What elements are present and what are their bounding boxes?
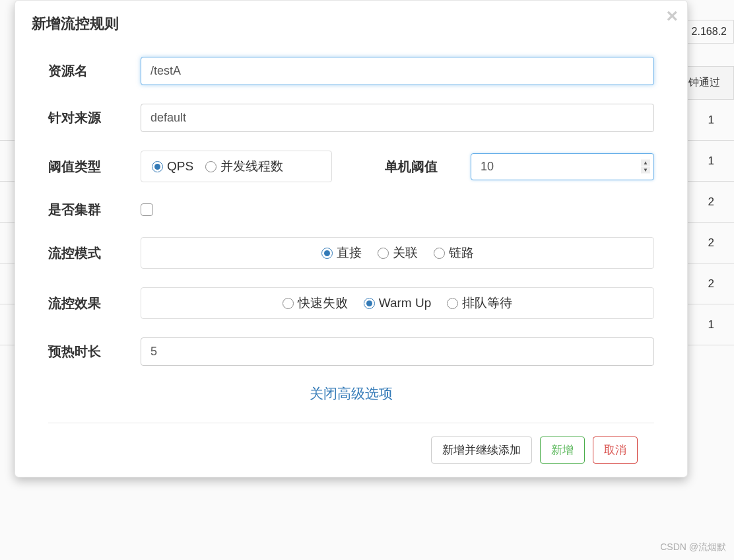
add-continue-button[interactable]: 新增并继续添加 bbox=[431, 437, 532, 464]
radio-chain[interactable]: 链路 bbox=[434, 244, 474, 262]
single-threshold-input[interactable] bbox=[471, 153, 654, 180]
radio-label: 直接 bbox=[337, 244, 362, 262]
modal-title: 新增流控规则 bbox=[32, 14, 671, 34]
label-source: 针对来源 bbox=[48, 109, 141, 127]
radio-circle-icon bbox=[321, 248, 333, 259]
advanced-options-toggle: 关闭高级选项 bbox=[48, 384, 654, 403]
row-cluster: 是否集群 bbox=[48, 201, 654, 219]
radio-circle-icon bbox=[205, 161, 217, 172]
modal-header: 新增流控规则 bbox=[15, 1, 687, 47]
label-flow-mode: 流控模式 bbox=[48, 244, 141, 262]
row-source: 针对来源 bbox=[48, 104, 654, 132]
radio-relate[interactable]: 关联 bbox=[378, 244, 418, 262]
radio-qps[interactable]: QPS bbox=[152, 159, 193, 174]
radio-label: 关联 bbox=[393, 244, 418, 262]
spinner-down-icon[interactable]: ▼ bbox=[641, 167, 650, 174]
row-warmup-time: 预热时长 bbox=[48, 337, 654, 366]
warmup-time-input[interactable] bbox=[141, 337, 654, 366]
label-threshold-type: 阈值类型 bbox=[48, 158, 141, 176]
row-flow-mode: 流控模式 直接 关联 链路 bbox=[48, 237, 654, 269]
label-cluster: 是否集群 bbox=[48, 201, 141, 219]
radio-circle-icon bbox=[364, 298, 375, 309]
radio-threads[interactable]: 并发线程数 bbox=[205, 158, 283, 175]
radio-label: QPS bbox=[167, 159, 193, 174]
flow-effect-group: 快速失败 Warm Up 排队等待 bbox=[141, 287, 654, 319]
radio-label: Warm Up bbox=[379, 296, 432, 310]
label-warmup-time: 预热时长 bbox=[48, 343, 141, 361]
close-advanced-link[interactable]: 关闭高级选项 bbox=[310, 386, 393, 401]
cancel-button[interactable]: 取消 bbox=[593, 437, 638, 464]
cluster-checkbox[interactable] bbox=[141, 203, 153, 216]
modal-add-flow-rule: × 新增流控规则 资源名 针对来源 阈值类型 QPS bbox=[15, 0, 688, 477]
row-resource-name: 资源名 bbox=[48, 57, 654, 85]
radio-circle-icon bbox=[434, 248, 445, 259]
radio-circle-icon bbox=[447, 298, 458, 309]
label-flow-effect: 流控效果 bbox=[48, 295, 141, 312]
radio-fail-fast[interactable]: 快速失败 bbox=[283, 295, 348, 312]
watermark: CSDN @流烟默 bbox=[660, 542, 726, 553]
radio-direct[interactable]: 直接 bbox=[321, 244, 362, 262]
modal-footer: 新增并继续添加 新增 取消 bbox=[48, 423, 654, 477]
close-icon[interactable]: × bbox=[666, 6, 678, 26]
radio-label: 排队等待 bbox=[462, 295, 512, 312]
spinner-up-icon[interactable]: ▲ bbox=[641, 160, 650, 166]
radio-label: 并发线程数 bbox=[220, 158, 283, 175]
radio-warm-up[interactable]: Warm Up bbox=[364, 296, 432, 310]
radio-queue[interactable]: 排队等待 bbox=[447, 295, 512, 312]
label-single-threshold: 单机阈值 bbox=[385, 158, 438, 176]
row-flow-effect: 流控效果 快速失败 Warm Up 排队等待 bbox=[48, 287, 654, 319]
radio-circle-icon bbox=[152, 161, 163, 172]
radio-label: 快速失败 bbox=[298, 295, 348, 312]
label-resource-name: 资源名 bbox=[48, 62, 141, 80]
modal-body: 资源名 针对来源 阈值类型 QPS bbox=[15, 47, 687, 423]
flow-mode-group: 直接 关联 链路 bbox=[141, 237, 654, 269]
radio-label: 链路 bbox=[449, 244, 474, 262]
resource-name-input[interactable] bbox=[141, 57, 654, 85]
source-input[interactable] bbox=[141, 104, 654, 132]
row-threshold: 阈值类型 QPS 并发线程数 单机阈值 ▲ bbox=[48, 151, 654, 182]
number-spinner: ▲ ▼ bbox=[641, 160, 650, 174]
add-button[interactable]: 新增 bbox=[540, 437, 585, 464]
threshold-type-group: QPS 并发线程数 bbox=[141, 151, 332, 182]
radio-circle-icon bbox=[283, 298, 294, 309]
radio-circle-icon bbox=[378, 248, 389, 259]
